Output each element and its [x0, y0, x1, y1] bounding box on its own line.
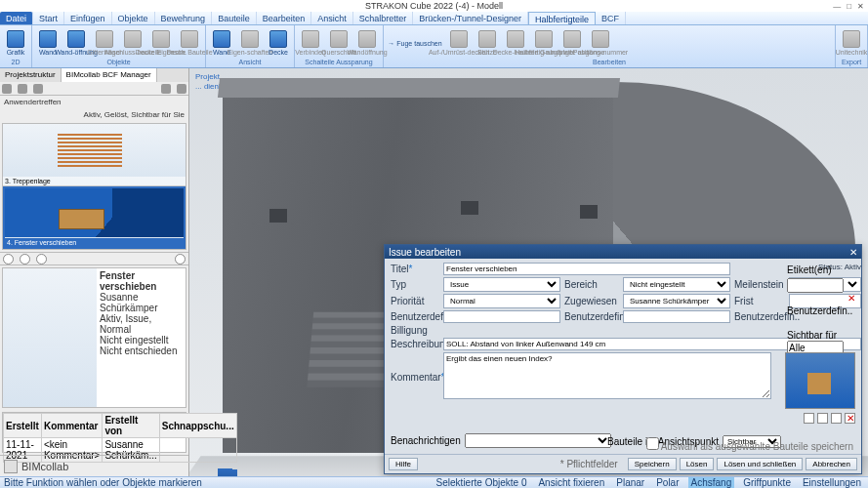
bereich-select[interactable]: Nicht eingestellt — [623, 277, 730, 292]
join-icon — [302, 30, 319, 48]
prio-select[interactable]: Normal — [443, 294, 560, 308]
issue-detail: Fenster verschieben Susanne Schürkämper … — [2, 267, 186, 408]
benachrichtigen-row: Benachrichtigen — [391, 433, 611, 448]
tab-bruecken[interactable]: Brücken-/Tunnel-Designer — [413, 12, 528, 24]
col-erstellt[interactable]: Erstellt — [4, 414, 42, 438]
issue-author: Susanne Schürkämper — [100, 292, 183, 313]
tab-schalbretter[interactable]: Schalbretter — [353, 12, 414, 24]
close-button[interactable]: ✕ — [857, 2, 864, 11]
zoom-fit-icon[interactable] — [36, 254, 47, 264]
benut1-label: Benutzerdefin.. — [391, 311, 439, 322]
window-controls: — □ ✕ — [833, 2, 864, 11]
dialog-titlebar[interactable]: Issue bearbeiten ✕ — [385, 245, 861, 259]
status-polar[interactable]: Polar — [653, 477, 682, 488]
section-icon — [330, 30, 348, 48]
benut2-input[interactable] — [623, 310, 730, 323]
tab-bewehrung[interactable]: Bewehrung — [155, 12, 213, 24]
tab-bearbeiten[interactable]: Bearbeiten — [257, 12, 312, 24]
bcf-filter-status: Aktiv, Gelöst, Sichtbar für Sie — [0, 108, 188, 121]
left-panel: Projektstruktur BIMcollab BCF Manager An… — [0, 68, 189, 476]
pflicht-label: * Pflichtfelder — [560, 459, 618, 469]
tab-start[interactable]: Start — [33, 12, 64, 24]
add-icon[interactable] — [18, 84, 27, 94]
col-schnapp[interactable]: Schnappschu... — [159, 414, 236, 438]
titlebar: STRAKON Cube 2022 (-4) - Modell — □ ✕ — [0, 0, 868, 12]
kom-label: Kommentar — [391, 372, 439, 383]
status-einstellungen[interactable]: Einstellungen — [800, 477, 864, 488]
status-fixieren[interactable]: Ansicht fixieren — [535, 477, 607, 488]
status-planar[interactable]: Planar — [613, 477, 647, 488]
etik-clear-icon[interactable]: ✕ — [787, 293, 855, 304]
menu-icon[interactable] — [177, 84, 186, 94]
sync-icon[interactable] — [2, 84, 12, 94]
minimize-button[interactable]: — — [833, 2, 841, 11]
maximize-button[interactable]: □ — [847, 2, 851, 11]
dialog-close-icon[interactable]: ✕ — [849, 247, 857, 258]
typ-select[interactable]: Issue — [443, 277, 560, 292]
titel-label: Titel — [391, 264, 439, 274]
zoom-in-icon[interactable] — [3, 254, 14, 264]
gear-icon[interactable] — [161, 84, 171, 94]
view-next-icon[interactable] — [175, 254, 186, 264]
bcf-section: Anwendertreffen — [0, 96, 188, 108]
abbrechen-button[interactable]: Abbrechen — [806, 458, 857, 470]
tab-bauteile[interactable]: Bauteile — [212, 12, 257, 24]
vp-edit-icon[interactable] — [804, 413, 814, 424]
bcf-toolbar — [0, 82, 188, 96]
statusbar: Bitte Funktion wählen oder Objekte marki… — [0, 476, 868, 488]
ribbon-grafik[interactable]: Grafik — [2, 26, 29, 59]
issue-detail-thumb[interactable] — [3, 268, 97, 407]
etik-input[interactable] — [787, 278, 844, 293]
filter-icon[interactable] — [33, 84, 43, 94]
prio-label: Priorität — [391, 296, 439, 306]
gp-icon — [563, 30, 581, 48]
col-kommentar[interactable]: Kommentar — [41, 414, 103, 438]
titel-input[interactable] — [443, 263, 730, 275]
tab-bcf[interactable]: BCF — [596, 12, 626, 24]
col-icon — [478, 30, 496, 48]
status-griffpunkte[interactable]: Griffpunkte — [740, 477, 794, 488]
dialog-viewpoint-thumb[interactable] — [785, 352, 855, 409]
dialog-right-col: Etikett(en) ✕ Benutzerdefin.. Sichtbar f… — [787, 264, 855, 355]
vp-del-icon[interactable]: ✕ — [845, 413, 855, 424]
issue-thumb-3[interactable]: 3. Treppenlage — [3, 124, 186, 186]
lptab-bcf[interactable]: BIMcollab BCF Manager — [62, 68, 157, 82]
loesen-button[interactable]: Lösen — [680, 458, 715, 470]
hilfe-button[interactable]: Hilfe — [389, 458, 418, 470]
view-cube[interactable] — [218, 468, 238, 476]
zug-select[interactable]: Susanne Schürkämper — [623, 294, 730, 308]
zug-label: Zugewiesen — [564, 296, 619, 306]
status-hint: Bitte Funktion wählen oder Objekte marki… — [4, 477, 202, 488]
benut1-input[interactable] — [443, 310, 560, 323]
auswahl-checkbox[interactable] — [646, 437, 659, 450]
tab-objekte[interactable]: Objekte — [112, 12, 155, 24]
vp-sync-icon[interactable] — [831, 413, 842, 424]
logo-icon — [4, 460, 18, 473]
auswahl-note[interactable]: Auswahl als ausgewählte Bauteile speiche… — [646, 437, 853, 452]
status-achsfang[interactable]: Achsfang — [688, 477, 735, 488]
loesen-schliessen-button[interactable]: Lösen und schließen — [717, 458, 803, 470]
zoom-out-icon[interactable] — [20, 254, 30, 264]
tab-datei[interactable]: Datei — [0, 12, 33, 24]
lptab-projektstruktur[interactable]: Projektstruktur — [0, 68, 62, 82]
berech-select[interactable] — [465, 433, 611, 448]
tab-ansicht[interactable]: Ansicht — [311, 12, 353, 24]
tab-halbfertigteile[interactable]: Halbfertigteile — [528, 12, 596, 24]
end-icon — [124, 30, 142, 48]
vp-add-icon[interactable] — [817, 413, 828, 424]
ribbon-wandoeffnung[interactable]: Wand-öffnung — [62, 26, 90, 59]
ribbon-verbinden: Verbinden — [297, 26, 324, 59]
app-title: STRAKON Cube 2022 (-4) - Modell — [365, 1, 503, 11]
speichern-button[interactable]: Speichern — [628, 458, 677, 470]
berech-label: Benachrichtigen — [391, 435, 461, 446]
tab-einfuegen[interactable]: Einfügen — [64, 12, 112, 24]
ribbon-ansicht-decke[interactable]: Decke — [265, 26, 292, 59]
issue-thumb-4[interactable]: 4. Fenster verschieben — [3, 186, 186, 249]
ribbon-unitechnik: Unitechnik — [838, 26, 865, 59]
col-von[interactable]: Erstellt von — [103, 414, 159, 438]
etik-label: Etikett(en) — [787, 264, 832, 275]
meilen-label: Meilenstein — [734, 279, 785, 290]
bimcollab-logo: BIMcollab — [0, 455, 188, 476]
kom-textarea[interactable]: Ergibt das einen neuen Index? — [443, 352, 771, 399]
dialog-footer: Hilfe * Pflichtfelder Speichern Lösen Lö… — [385, 454, 861, 473]
